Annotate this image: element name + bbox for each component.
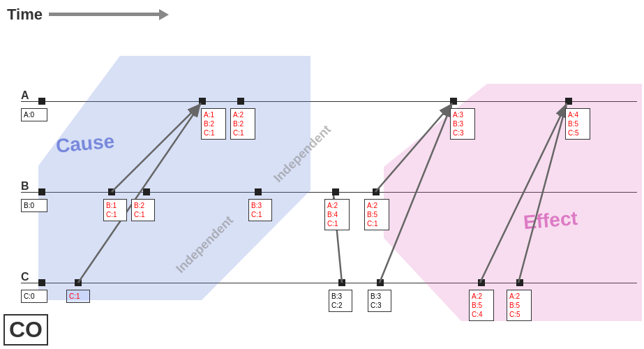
state-box-b3: B:3C:1 — [248, 199, 272, 221]
state-box-a2: A:2B:2C:1 — [230, 108, 255, 140]
state-box-a4: A:4B:5C:5 — [565, 108, 590, 140]
state-box-b1: B:1C:1 — [103, 199, 127, 221]
effect-region — [384, 84, 642, 321]
state-box-b4: A:2B:4C:1 — [324, 199, 350, 230]
state-box-c4: A:2B:5C:4 — [469, 290, 494, 321]
state-box-a3: A:3B:3C:3 — [450, 108, 475, 140]
state-box-b0: B:0 — [21, 199, 47, 212]
state-box-c2: B:3C:2 — [329, 290, 352, 312]
state-box-c5: A:2B:5C:5 — [507, 290, 532, 321]
state-box-a0: A:0 — [21, 108, 47, 121]
effect-label: Effect — [523, 207, 578, 235]
state-box-b5: A:2B:5C:1 — [364, 199, 389, 230]
time-arrow — [49, 13, 160, 16]
row-c-label: C — [21, 271, 29, 283]
state-box-c1: C:1 — [66, 290, 90, 303]
state-box-c0: C:0 — [21, 290, 47, 303]
co-label: CO — [3, 314, 48, 346]
row-a-label: A — [21, 89, 29, 102]
state-box-b2: B:2C:1 — [131, 199, 155, 221]
time-label: Time — [7, 6, 43, 24]
state-box-c3: B:3C:3 — [368, 290, 391, 312]
main-canvas: Time A B C Cause Independent Independent… — [0, 0, 644, 349]
row-b-label: B — [21, 180, 29, 193]
state-box-a1: A:1B:2C:1 — [201, 108, 226, 140]
